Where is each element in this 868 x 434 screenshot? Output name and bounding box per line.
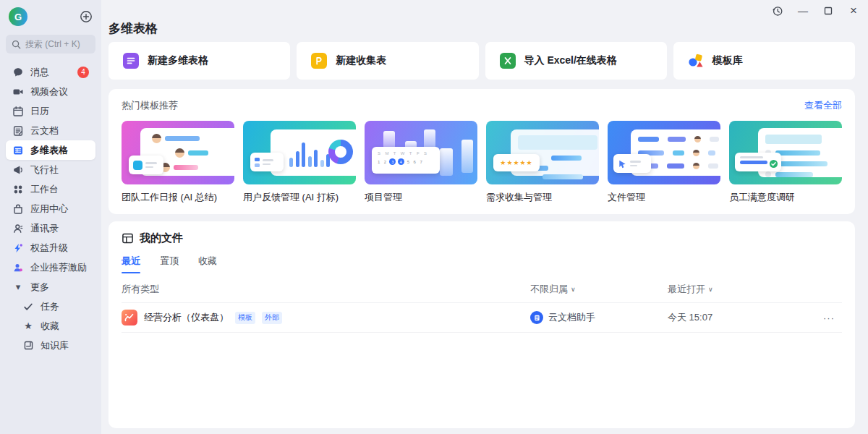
sidebar-item-favorites[interactable]: ★ 收藏 xyxy=(12,316,95,336)
template-card-team-daily[interactable]: 团队工作日报 (AI 总结) xyxy=(122,121,234,204)
file-name: 经营分析（仪表盘） xyxy=(144,311,229,324)
sidebar-item-referral[interactable]: 企业推荐激励 xyxy=(6,258,95,277)
history-icon[interactable] xyxy=(772,5,783,17)
owner-name: 云文档助手 xyxy=(548,311,595,324)
sidebar-item-calendar[interactable]: 日历 xyxy=(6,101,95,121)
sidebar-item-label: 云文档 xyxy=(30,124,59,137)
user-avatar[interactable]: G xyxy=(9,7,27,26)
tab-recent[interactable]: 最近 xyxy=(122,255,140,273)
sidebar-item-messages[interactable]: 消息 4 xyxy=(6,62,95,82)
new-base-icon xyxy=(123,53,139,69)
sidebar: G 消息 4 视频会议 日历 云文 xyxy=(0,0,101,434)
search-box[interactable] xyxy=(6,35,95,54)
chat-icon xyxy=(12,67,24,78)
base-table-icon xyxy=(12,145,24,156)
sidebar-item-wiki[interactable]: 知识库 xyxy=(12,336,95,355)
upgrade-icon xyxy=(12,242,24,254)
sidebar-menu: 消息 4 视频会议 日历 云文档 多维表格 飞行社 xyxy=(6,62,95,355)
import-excel-button[interactable]: 导入 Excel/在线表格 xyxy=(485,42,667,80)
template-thumbnail: ★★★★★ xyxy=(486,121,599,184)
sidebar-item-label: 通讯录 xyxy=(30,222,59,235)
chevron-down-icon: ▾ xyxy=(12,281,24,293)
sidebar-item-label: 多维表格 xyxy=(30,144,68,157)
sidebar-item-community[interactable]: 飞行社 xyxy=(6,160,95,179)
sidebar-item-docs[interactable]: 云文档 xyxy=(6,121,95,140)
video-camera-icon xyxy=(12,86,24,98)
excel-icon xyxy=(500,53,516,69)
template-library-button[interactable]: 模板库 xyxy=(673,42,855,80)
file-dashboard-icon xyxy=(122,310,137,326)
template-card-file-management[interactable]: 文件管理 xyxy=(608,121,720,204)
template-card-survey[interactable]: 员工满意度调研 xyxy=(729,121,842,204)
megaphone-icon xyxy=(12,164,24,176)
filter-sort-dropdown[interactable]: 最近打开∨ xyxy=(668,283,823,296)
sidebar-item-label: 日历 xyxy=(30,105,49,118)
sidebar-item-label: 更多 xyxy=(30,281,49,294)
maximize-button[interactable] xyxy=(822,5,834,17)
cursor-icon xyxy=(618,159,627,169)
filter-owner-dropdown[interactable]: 不限归属∨ xyxy=(530,283,668,296)
window-controls: — × xyxy=(772,5,859,17)
filter-all-types[interactable]: 所有类型 xyxy=(122,283,530,296)
new-form-button[interactable]: 新建收集表 xyxy=(297,42,478,80)
contacts-icon xyxy=(12,223,24,234)
files-tabs: 最近 置顶 收藏 xyxy=(122,255,842,273)
add-icon[interactable] xyxy=(80,10,93,23)
sidebar-item-label: 工作台 xyxy=(30,183,59,196)
template-card-list: 团队工作日报 (AI 总结) xyxy=(122,121,842,204)
stars-rating: ★★★★★ xyxy=(500,159,532,166)
tab-pinned[interactable]: 置顶 xyxy=(160,255,179,273)
more-menu-icon[interactable]: ··· xyxy=(823,312,842,323)
close-button[interactable]: × xyxy=(848,5,859,17)
template-library-icon xyxy=(688,53,704,69)
template-thumbnail xyxy=(729,121,842,184)
file-row[interactable]: 经营分析（仪表盘） 模板 外部 云文档助手 今天 15:07 ··· xyxy=(122,303,842,332)
badge-template: 模板 xyxy=(235,312,255,324)
page-title: 多维表格 xyxy=(109,20,158,37)
sidebar-item-workbench[interactable]: 工作台 xyxy=(6,179,95,199)
minimize-button[interactable]: — xyxy=(797,5,809,17)
star-icon: ★ xyxy=(22,320,34,332)
template-label: 团队工作日报 (AI 总结) xyxy=(122,191,234,204)
check-circle-icon xyxy=(769,159,778,169)
sidebar-item-label: 应用中心 xyxy=(30,203,68,216)
wiki-book-icon xyxy=(22,340,34,352)
referral-person-icon xyxy=(12,262,24,273)
template-label: 项目管理 xyxy=(365,191,477,204)
templates-heading: 热门模板推荐 xyxy=(122,99,178,112)
action-bar: 新建多维表格 新建收集表 导入 Excel/在线表格 模板库 xyxy=(109,42,855,80)
sidebar-item-label: 视频会议 xyxy=(30,85,68,98)
my-files-heading: 我的文件 xyxy=(140,231,183,245)
sidebar-item-upgrade[interactable]: 权益升级 xyxy=(6,238,95,258)
template-card-project[interactable]: S M T W T F S 1234567 项目管理 xyxy=(365,121,477,204)
divider xyxy=(122,332,842,333)
owner-avatar xyxy=(530,311,543,324)
new-base-button[interactable]: 新建多维表格 xyxy=(109,42,290,80)
template-label: 需求收集与管理 xyxy=(486,191,599,204)
sidebar-item-more[interactable]: ▾ 更多 xyxy=(6,277,95,297)
tab-favorites[interactable]: 收藏 xyxy=(198,255,217,273)
sidebar-item-app-center[interactable]: 应用中心 xyxy=(6,199,95,218)
action-label: 新建多维表格 xyxy=(148,54,208,67)
view-all-link[interactable]: 查看全部 xyxy=(804,99,842,112)
template-thumbnail xyxy=(122,121,234,184)
sidebar-item-label: 企业推荐激励 xyxy=(30,261,87,274)
sidebar-item-base[interactable]: 多维表格 xyxy=(6,140,95,160)
search-icon xyxy=(12,40,21,49)
template-label: 员工满意度调研 xyxy=(729,191,842,204)
calendar-icon xyxy=(12,106,24,117)
sidebar-item-label: 任务 xyxy=(41,300,59,313)
search-input[interactable] xyxy=(25,39,90,49)
sidebar-item-tasks[interactable]: 任务 xyxy=(12,297,95,316)
template-label: 用户反馈管理 (AI 打标) xyxy=(243,191,356,204)
template-card-requirements[interactable]: ★★★★★ 需求收集与管理 xyxy=(486,121,599,204)
my-files-icon xyxy=(122,232,134,244)
document-icon xyxy=(12,125,24,137)
check-icon xyxy=(22,301,34,312)
file-time: 今天 15:07 xyxy=(668,311,823,324)
sidebar-item-contacts[interactable]: 通讯录 xyxy=(6,218,95,238)
action-label: 模板库 xyxy=(712,54,743,67)
sidebar-item-video-meeting[interactable]: 视频会议 xyxy=(6,82,95,101)
template-card-feedback[interactable]: 用户反馈管理 (AI 打标) xyxy=(243,121,356,204)
template-thumbnail xyxy=(608,121,720,184)
